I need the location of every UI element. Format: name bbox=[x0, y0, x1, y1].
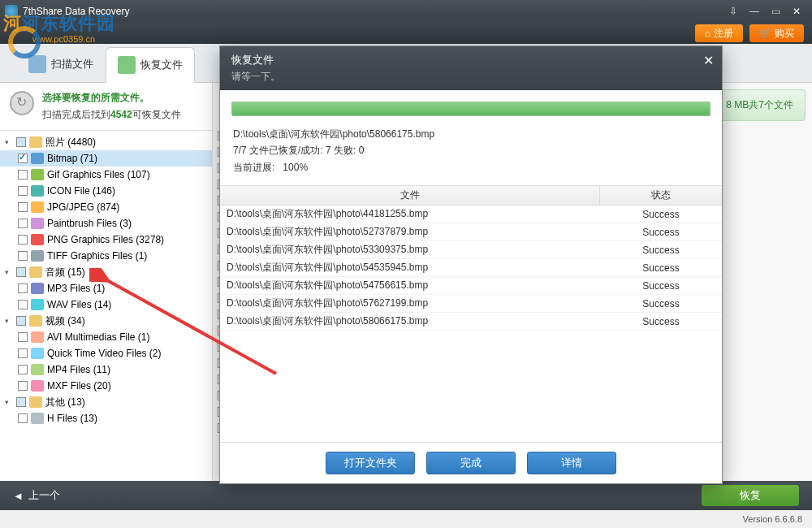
tree-item[interactable]: H Files (13) bbox=[0, 410, 212, 426]
recovery-dialog: 恢复文件 请等一下。 ✕ D:\tools\桌面\河东软件园\photo\580… bbox=[219, 45, 723, 484]
tree-category[interactable]: ▾音频 (15) bbox=[0, 264, 212, 280]
buy-label: 购买 bbox=[775, 27, 794, 41]
tree-item[interactable]: ICON File (146) bbox=[0, 183, 212, 199]
tree-item[interactable]: MP3 Files (1) bbox=[0, 280, 212, 296]
tree-label: JPG/JPEG (874) bbox=[47, 201, 119, 213]
tree-label: 音频 (15) bbox=[45, 266, 85, 279]
dialog-close-button[interactable]: ✕ bbox=[703, 53, 714, 68]
checkbox[interactable] bbox=[18, 170, 28, 180]
checkbox[interactable] bbox=[18, 283, 28, 293]
checkbox[interactable] bbox=[18, 251, 28, 261]
checkbox[interactable] bbox=[18, 235, 28, 245]
table-row[interactable]: D:\tools\桌面\河东软件园\photo\52737879.bmpSucc… bbox=[220, 223, 722, 241]
detail-button[interactable]: 详情 bbox=[527, 452, 616, 474]
dialog-subtitle: 请等一下。 bbox=[231, 70, 710, 84]
done-button[interactable]: 完成 bbox=[426, 452, 516, 474]
file-type-icon bbox=[31, 169, 44, 180]
tree-label: 其他 (13) bbox=[45, 396, 85, 409]
titlebar: 7thShare Data Recovery ⇩ — ▭ ✕ bbox=[0, 0, 812, 23]
tip-line1: 选择要恢复的所需文件。 bbox=[42, 91, 181, 105]
tree-category[interactable]: ▾其他 (13) bbox=[0, 394, 212, 410]
table-row[interactable]: D:\tools\桌面\河东软件园\photo\58066175.bmpSucc… bbox=[220, 313, 722, 331]
checkbox[interactable] bbox=[18, 154, 28, 163]
tab-recover-label: 恢复文件 bbox=[140, 58, 183, 72]
tab-scan[interactable]: 扫描文件 bbox=[16, 46, 106, 82]
table-row[interactable]: D:\tools\桌面\河东软件园\photo\53309375.bmpSucc… bbox=[220, 241, 722, 259]
cell-file: D:\tools\桌面\河东软件园\photo\44181255.bmp bbox=[220, 206, 600, 223]
close-button[interactable]: ✕ bbox=[786, 2, 807, 20]
checkbox[interactable] bbox=[18, 186, 28, 196]
tip-panel: 选择要恢复的所需文件。 扫描完成后找到4542可恢复文件 bbox=[0, 83, 212, 131]
tree-category[interactable]: ▾照片 (4480) bbox=[0, 134, 212, 150]
tree-item[interactable]: MP4 Files (11) bbox=[0, 361, 212, 378]
folder-icon bbox=[29, 136, 42, 148]
tree-item[interactable]: MXF Files (20) bbox=[0, 378, 212, 394]
tree-item[interactable]: JPG/JPEG (874) bbox=[0, 199, 212, 215]
tree-item[interactable]: AVI Multimedias File (1) bbox=[0, 329, 212, 345]
result-grid[interactable]: 文件 状态 D:\tools\桌面\河东软件园\photo\44181255.b… bbox=[220, 185, 722, 443]
tree-label: MXF Files (20) bbox=[47, 380, 111, 392]
tab-recover[interactable]: 恢复文件 bbox=[106, 47, 195, 83]
checkbox[interactable] bbox=[18, 348, 28, 358]
tree-item[interactable]: PNG Graphics Files (3278) bbox=[0, 232, 212, 248]
cart-icon: 🛒 bbox=[759, 28, 771, 39]
cell-file: D:\tools\桌面\河东软件园\photo\57627199.bmp bbox=[220, 295, 600, 312]
tree-label: Quick Time Video Files (2) bbox=[47, 348, 162, 359]
tree-label: AVI Multimedias File (1) bbox=[47, 331, 149, 343]
tree-item[interactable]: Paintbrush Files (3) bbox=[0, 215, 212, 232]
checkbox[interactable] bbox=[16, 316, 26, 326]
checkbox[interactable] bbox=[18, 365, 28, 374]
checkbox[interactable] bbox=[18, 219, 28, 228]
back-label: 上一个 bbox=[28, 488, 60, 503]
file-type-icon bbox=[31, 234, 44, 245]
table-row[interactable]: D:\tools\桌面\河东软件园\photo\44181255.bmpSucc… bbox=[220, 206, 722, 223]
tree-label: WAV Files (14) bbox=[47, 299, 111, 310]
cell-status: Success bbox=[600, 277, 722, 294]
maximize-button[interactable]: ▭ bbox=[765, 2, 786, 20]
tree-item[interactable]: Bitmap (71) bbox=[0, 150, 212, 167]
file-type-icon bbox=[31, 201, 44, 213]
tip-line2: 扫描完成后找到4542可恢复文件 bbox=[42, 108, 181, 122]
grid-header: 文件 状态 bbox=[220, 186, 722, 206]
file-type-icon bbox=[31, 250, 44, 262]
progress-text: 当前进展: 100% bbox=[233, 159, 709, 175]
tree-item[interactable]: WAV Files (14) bbox=[0, 296, 212, 313]
tree-label: Gif Graphics Files (107) bbox=[47, 169, 150, 180]
buy-button[interactable]: 🛒 购买 bbox=[749, 24, 804, 42]
cell-file: D:\tools\桌面\河东软件园\photo\53309375.bmp bbox=[220, 241, 600, 258]
tree-label: PNG Graphics Files (3278) bbox=[47, 234, 164, 245]
download-icon[interactable]: ⇩ bbox=[723, 2, 744, 20]
tree-item[interactable]: TIFF Graphics Files (1) bbox=[0, 248, 212, 264]
checkbox[interactable] bbox=[18, 381, 28, 391]
checkbox[interactable] bbox=[16, 397, 26, 407]
file-type-icon bbox=[31, 380, 44, 392]
table-row[interactable]: D:\tools\桌面\河东软件园\photo\57627199.bmpSucc… bbox=[220, 295, 722, 313]
checkbox[interactable] bbox=[16, 267, 26, 277]
file-type-icon bbox=[31, 364, 44, 375]
home-icon: ⌂ bbox=[705, 28, 710, 39]
file-tree[interactable]: ▾照片 (4480)Bitmap (71)Gif Graphics Files … bbox=[0, 131, 212, 481]
checkbox[interactable] bbox=[18, 300, 28, 309]
col-status: 状态 bbox=[600, 186, 722, 205]
tree-item[interactable]: Quick Time Video Files (2) bbox=[0, 345, 212, 361]
dialog-buttons: 打开文件夹 完成 详情 bbox=[220, 443, 722, 483]
tree-category[interactable]: ▾视频 (34) bbox=[0, 313, 212, 329]
tree-label: 照片 (4480) bbox=[45, 136, 96, 149]
checkbox[interactable] bbox=[18, 413, 28, 423]
minimize-button[interactable]: — bbox=[744, 2, 765, 20]
checkbox[interactable] bbox=[16, 137, 26, 147]
cell-status: Success bbox=[600, 295, 722, 312]
cell-status: Success bbox=[600, 313, 722, 330]
table-row[interactable]: D:\tools\桌面\河东软件园\photo\54756615.bmpSucc… bbox=[220, 277, 722, 295]
cell-file: D:\tools\桌面\河东软件园\photo\54756615.bmp bbox=[220, 277, 600, 294]
checkbox[interactable] bbox=[18, 332, 28, 342]
folder-icon bbox=[29, 315, 42, 327]
recovery-stats: 7/7 文件已恢复/成功: 7 失败: 0 bbox=[233, 142, 709, 158]
tree-item[interactable]: Gif Graphics Files (107) bbox=[0, 167, 212, 183]
checkbox[interactable] bbox=[18, 202, 28, 212]
register-button[interactable]: ⌂ 注册 bbox=[695, 24, 743, 42]
back-button[interactable]: ◄ 上一个 bbox=[13, 488, 60, 503]
dialog-title: 恢复文件 bbox=[231, 53, 710, 67]
open-folder-button[interactable]: 打开文件夹 bbox=[326, 452, 415, 474]
table-row[interactable]: D:\tools\桌面\河东软件园\photo\54535945.bmpSucc… bbox=[220, 259, 722, 277]
